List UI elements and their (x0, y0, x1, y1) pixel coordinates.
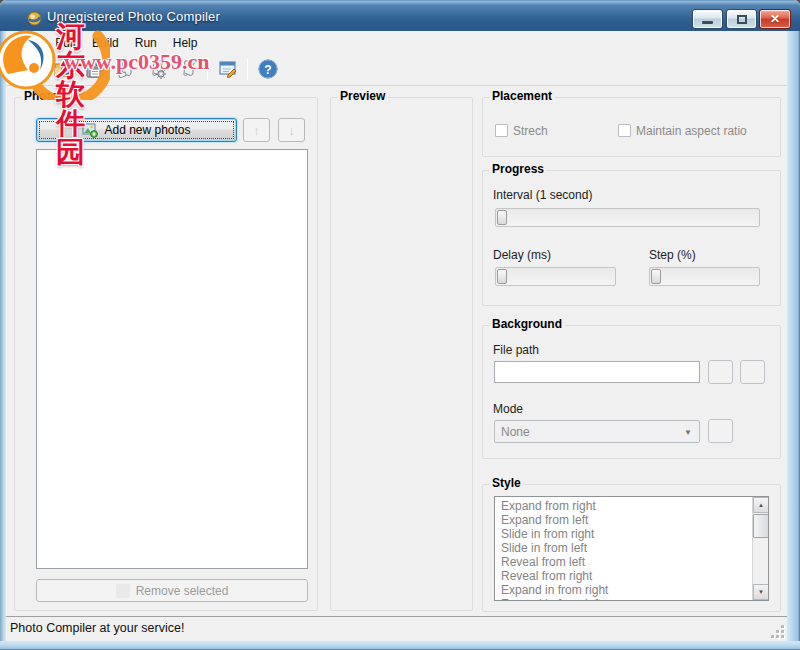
scroll-down-button[interactable]: ▼ (753, 584, 769, 600)
move-photo-up-button[interactable]: ↑ (243, 118, 270, 142)
style-option[interactable]: Expand in from left (495, 597, 751, 601)
style-option[interactable]: Expand in from right (495, 583, 751, 597)
delay-slider[interactable] (495, 267, 616, 286)
add-photos-button[interactable]: Add new photos (36, 118, 237, 142)
client-area: File Edit Build Run Help (6, 31, 787, 641)
style-option[interactable]: Expand from right (495, 499, 751, 513)
browse-file-button[interactable] (708, 360, 733, 384)
toolbar-separator (247, 58, 248, 80)
menu-edit[interactable]: Edit (47, 33, 84, 53)
minimize-button[interactable] (692, 9, 723, 29)
scroll-down-icon: ▼ (758, 589, 764, 595)
preview-group-title: Preview (337, 89, 388, 103)
toolbar-build-button[interactable] (141, 55, 172, 82)
placement-group: Placement Strech Maintain aspect ratio (482, 97, 781, 157)
app-window: Unregistered Photo Compiler ✕ File Edit … (0, 0, 800, 650)
script-clean-icon (115, 58, 137, 80)
window-title: Unregistered Photo Compiler (47, 9, 220, 24)
app-icon (27, 11, 42, 26)
stretch-label: Strech (513, 124, 548, 138)
compile-screen-icon (13, 58, 35, 80)
style-option[interactable]: Slide in from right (495, 527, 751, 541)
svg-text:?: ? (264, 62, 271, 76)
toolbar-compile-button[interactable] (8, 55, 39, 82)
interval-slider-thumb[interactable] (497, 210, 507, 225)
move-photo-down-button[interactable]: ↓ (278, 118, 305, 142)
photo-list[interactable] (36, 149, 308, 569)
script-build-icon (146, 58, 168, 80)
toolbar-script-button[interactable] (172, 55, 203, 82)
status-bar: Photo Compiler at your service! (6, 617, 787, 641)
toolbar-separator (43, 58, 44, 80)
remove-selected-label: Remove selected (136, 584, 229, 598)
toolbar-divider (6, 85, 787, 86)
scroll-up-button[interactable]: ▲ (753, 497, 769, 513)
open-folder-search-icon (53, 58, 75, 80)
minimize-icon (702, 21, 713, 24)
help-icon: ? (257, 58, 279, 80)
window-border-bottom (0, 641, 800, 650)
close-icon: ✕ (770, 12, 780, 26)
scroll-up-icon: ▲ (758, 502, 764, 508)
down-arrow-icon: ↓ (288, 123, 295, 138)
maintain-aspect-checkbox[interactable] (618, 124, 631, 137)
toolbar-help-button[interactable]: ? (252, 55, 283, 82)
menu-help[interactable]: Help (165, 33, 206, 53)
remove-icon (116, 584, 130, 598)
preview-group: Preview (330, 97, 473, 611)
style-group-title: Style (489, 476, 524, 490)
style-options: Expand from right Expand from left Slide… (495, 499, 751, 601)
add-photo-icon (82, 122, 98, 138)
delay-slider-thumb[interactable] (497, 269, 507, 284)
style-listbox[interactable]: Expand from right Expand from left Slide… (494, 496, 769, 601)
style-scrollbar[interactable]: ▲ ▼ (752, 497, 768, 600)
step-slider[interactable] (649, 267, 760, 286)
interval-slider[interactable] (495, 208, 760, 227)
register-window-icon (217, 58, 239, 80)
style-option[interactable]: Expand from left (495, 513, 751, 527)
style-option[interactable]: Reveal from right (495, 569, 751, 583)
mode-value: None (501, 425, 530, 439)
photos-group-title: Photos (21, 89, 68, 103)
toolbar-save-button[interactable] (79, 55, 110, 82)
menu-bar: File Edit Build Run Help (12, 33, 205, 53)
status-message: Photo Compiler at your service! (10, 621, 184, 635)
progress-group-title: Progress (489, 162, 547, 176)
stretch-checkbox[interactable] (495, 124, 508, 137)
step-slider-thumb[interactable] (651, 269, 661, 284)
toolbar-open-button[interactable] (48, 55, 79, 82)
remove-selected-button[interactable]: Remove selected (36, 579, 308, 602)
style-group: Style Expand from right Expand from left… (482, 484, 781, 612)
window-border-right (787, 31, 800, 650)
scrollbar-thumb[interactable] (753, 514, 769, 538)
mode-apply-button[interactable] (708, 419, 733, 443)
menu-file[interactable]: File (12, 33, 47, 53)
delay-label: Delay (ms) (493, 248, 551, 262)
title-bar[interactable]: Unregistered Photo Compiler ✕ (0, 0, 800, 31)
menu-run[interactable]: Run (127, 33, 165, 53)
dropdown-arrow-icon: ▼ (684, 428, 692, 437)
progress-group: Progress Interval (1 second) Delay (ms) … (482, 170, 781, 306)
resize-grip[interactable] (771, 625, 784, 638)
toolbar-clean-button[interactable] (110, 55, 141, 82)
menu-build[interactable]: Build (84, 33, 127, 53)
placement-group-title: Placement (489, 89, 555, 103)
step-label: Step (%) (649, 248, 696, 262)
background-group-title: Background (489, 317, 565, 331)
style-option[interactable]: Slide in from left (495, 541, 751, 555)
file-path-input[interactable] (494, 361, 700, 383)
toolbar-register-button[interactable] (212, 55, 243, 82)
clear-file-button[interactable] (740, 360, 765, 384)
close-button[interactable]: ✕ (759, 9, 791, 29)
interval-label: Interval (1 second) (493, 188, 592, 202)
maximize-button[interactable] (726, 9, 757, 29)
style-option[interactable]: Reveal from left (495, 555, 751, 569)
script-icon (177, 58, 199, 80)
mode-dropdown[interactable]: None ▼ (494, 420, 700, 443)
background-group: Background File path Mode None ▼ (482, 325, 781, 459)
maintain-aspect-label: Maintain aspect ratio (636, 124, 747, 138)
toolbar-separator (207, 58, 208, 80)
photos-group: Photos Add new photos ↑ ↓ Remo (14, 97, 318, 611)
toolbar: ? (8, 55, 283, 82)
mode-label: Mode (493, 402, 523, 416)
